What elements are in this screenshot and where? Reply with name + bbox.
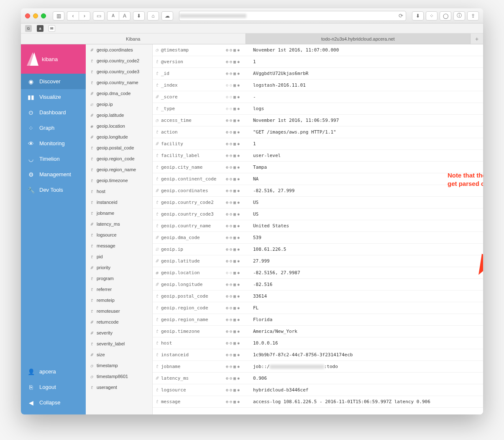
forward-button[interactable]: › [79,11,90,21]
field-geoip-coordinates[interactable]: #geoip.coordinates [86,44,152,55]
filter-icon[interactable]: ✱ [237,200,240,205]
zoom-in-icon[interactable]: ⊕ [226,364,228,369]
download-circle-icon[interactable]: ⬇ [412,11,424,21]
toggle-column-icon[interactable]: ▦ [233,294,236,298]
toggle-column-icon[interactable]: ▦ [233,130,236,134]
zoom-out-icon[interactable]: ⊖ [230,118,232,123]
zoom-window-icon[interactable] [41,13,46,18]
field-referrer[interactable]: treferrer [86,284,152,295]
zoom-in-icon[interactable]: ⊕ [226,106,228,111]
field-geoip-latitude[interactable]: #geoip.latitude [86,110,152,121]
toggle-column-icon[interactable]: ▦ [233,153,236,158]
zoom-in-icon[interactable]: ⊕ [226,294,228,298]
toggle-column-icon[interactable]: ▦ [233,341,236,345]
filter-icon[interactable]: ✱ [237,306,240,310]
minimize-window-icon[interactable] [33,13,38,18]
toggle-column-icon[interactable]: ▦ [233,353,236,357]
field-returncode[interactable]: #returncode [86,316,152,327]
filter-icon[interactable]: ✱ [237,341,240,345]
field-useragent[interactable]: tuseragent [86,382,152,393]
zoom-in-icon[interactable]: ⊕ [226,188,228,193]
tab-kibana[interactable]: Kibana [21,33,246,44]
toggle-column-icon[interactable]: ▦ [233,165,236,170]
zoom-in-icon[interactable]: ⊕ [226,388,228,392]
zoom-in-icon[interactable]: ⊕ [226,142,228,146]
zoom-out-icon[interactable]: ⊖ [230,177,232,181]
zoom-in-icon[interactable]: ⊕ [226,282,228,287]
toggle-column-icon[interactable]: ▦ [233,48,236,52]
zoom-in-icon[interactable]: ⊕ [226,317,228,322]
filter-icon[interactable]: ✱ [237,118,240,123]
filter-icon[interactable]: ✱ [237,106,240,111]
field-latency_ms[interactable]: #latency_ms [86,219,152,229]
toggle-column-icon[interactable]: ▦ [233,376,236,381]
filter-icon[interactable]: ✱ [237,177,240,181]
zoom-out-icon[interactable]: ⊖ [230,153,232,158]
toggle-column-icon[interactable]: ▦ [233,142,236,146]
zoom-out-icon[interactable]: ⊖ [230,364,232,369]
toggle-column-icon[interactable]: ▦ [233,212,236,216]
field-severity_label[interactable]: tseverity_label [86,338,152,349]
filter-icon[interactable]: ✱ [237,212,240,216]
field-geoip-country_code3[interactable]: tgeoip.country_code3 [86,66,152,77]
zoom-in-icon[interactable]: ⊕ [226,341,228,345]
zoom-out-icon[interactable]: ⊖ [230,329,232,334]
favorite-a[interactable]: a [37,25,43,32]
zoom-out-icon[interactable]: ⊖ [230,212,232,216]
field-geoip-dma_code[interactable]: #geoip.dma_code [86,88,152,99]
toggle-column-icon[interactable]: ▦ [233,59,236,64]
filter-icon[interactable]: ✱ [237,317,240,322]
filter-icon[interactable]: ✱ [237,188,240,193]
filter-icon[interactable]: ✱ [237,130,240,134]
back-button[interactable]: ‹ [67,11,79,21]
text-smaller-button[interactable]: A [107,11,119,21]
toggle-column-icon[interactable]: ▦ [233,188,236,193]
field-program[interactable]: tprogram [86,273,152,284]
field-logsource[interactable]: tlogsource [86,229,152,240]
zoom-in-icon[interactable]: ⊕ [226,118,228,123]
zoom-in-icon[interactable]: ⊕ [226,376,228,381]
field-geoip-postal_code[interactable]: tgeoip.postal_code [86,142,152,153]
filter-icon[interactable]: ✱ [237,153,240,158]
toggle-column-icon[interactable]: ▦ [233,106,236,111]
zoom-out-icon[interactable]: ⊖ [230,376,232,381]
zoom-out-icon[interactable]: ⊖ [230,59,232,64]
zoom-out-icon[interactable]: ⊖ [230,165,232,170]
nav-graph[interactable]: ⁘Graph [21,120,86,136]
share-icon[interactable]: ⇪ [467,11,479,21]
zoom-out-icon[interactable]: ⊖ [230,388,232,392]
zoom-out-icon[interactable]: ⊖ [230,306,232,310]
toggle-column-icon[interactable]: ▦ [233,224,236,228]
field-host[interactable]: thost [86,186,152,197]
field-geoip-country_code2[interactable]: tgeoip.country_code2 [86,55,152,66]
toggle-column-icon[interactable]: ▦ [233,83,236,87]
zoom-in-icon[interactable]: ⊕ [226,270,228,275]
toggle-column-icon[interactable]: ▦ [233,71,236,76]
field-geoip-region_name[interactable]: tgeoip.region_name [86,164,152,175]
zoom-in-icon[interactable]: ⊕ [226,153,228,158]
field-pid[interactable]: tpid [86,251,152,262]
filter-icon[interactable]: ✱ [237,259,240,263]
field-message[interactable]: tmessage [86,240,152,251]
zoom-in-icon[interactable]: ⊕ [226,59,228,64]
zoom-in-icon[interactable]: ⊕ [226,224,228,228]
field-geoip-ip[interactable]: ⎚geoip.ip [86,99,152,110]
zoom-out-icon[interactable]: ⊖ [230,399,232,404]
favorite-g[interactable]: G [25,25,32,32]
filter-icon[interactable]: ✱ [237,282,240,287]
zoom-in-icon[interactable]: ⊕ [226,177,228,181]
field-instanceid[interactable]: tinstanceid [86,197,152,208]
toggle-column-icon[interactable]: ▦ [233,118,236,123]
filter-icon[interactable]: ✱ [237,376,240,381]
toggle-column-icon[interactable]: ▦ [233,200,236,205]
block-icon-2[interactable]: ⓘ [453,11,465,21]
url-bar[interactable]: ⟳ [179,11,406,21]
zoom-in-icon[interactable]: ⊕ [226,247,228,252]
zoom-out-icon[interactable]: ⊖ [230,188,232,193]
nav-collapse[interactable]: ◀Collapse [21,395,86,410]
field-geoip-country_name[interactable]: tgeoip.country_name [86,77,152,88]
zoom-out-icon[interactable]: ⊖ [230,95,232,99]
filter-icon[interactable]: ✱ [237,224,240,228]
zoom-in-icon[interactable]: ⊕ [226,235,228,240]
nav-timelion[interactable]: ◡Timelion [21,151,86,167]
